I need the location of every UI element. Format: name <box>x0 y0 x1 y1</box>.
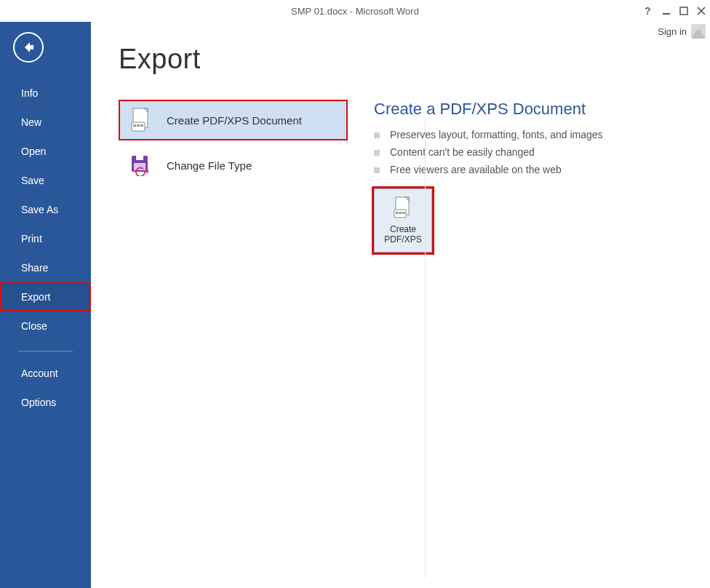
bullet-icon <box>374 167 380 173</box>
sidebar-item-label: Export <box>21 291 50 303</box>
svg-rect-2 <box>680 7 687 15</box>
sidebar-item-export[interactable]: Export <box>0 282 91 311</box>
sidebar-item-print[interactable]: Print <box>0 224 91 253</box>
sidebar-item-account[interactable]: Account <box>0 359 91 388</box>
sidebar-item-label: Info <box>21 87 38 99</box>
bullet-item: Preserves layout, formatting, fonts, and… <box>374 129 695 140</box>
sidebar-item-label: Save <box>21 175 44 186</box>
vertical-divider <box>425 116 426 578</box>
bullet-item: Content can't be easily changed <box>374 146 695 158</box>
create-pdf-xps-button[interactable]: Create PDF/XPS <box>374 188 432 253</box>
bullet-item: Free viewers are available on the web <box>374 164 695 175</box>
sidebar-item-label: Share <box>21 262 48 274</box>
sidebar-item-label: Print <box>21 233 42 245</box>
sidebar-item-options[interactable]: Options <box>0 388 91 417</box>
sidebar-item-share[interactable]: Share <box>0 253 91 282</box>
main-panel: Export <box>91 22 710 588</box>
arrow-left-icon <box>21 40 36 55</box>
window-controls: ? <box>645 0 706 22</box>
button-label: Create PDF/XPS <box>384 224 421 245</box>
sidebar-item-save[interactable]: Save <box>0 166 91 195</box>
svg-text:?: ? <box>645 6 651 16</box>
bullet-icon <box>374 150 380 156</box>
sidebar-separator <box>18 351 73 351</box>
bullet-icon <box>374 132 380 138</box>
backstage-sidebar: Info New Open Save Save As Print Share E… <box>0 22 91 588</box>
minimize-icon[interactable] <box>662 7 671 15</box>
svg-rect-8 <box>133 124 136 127</box>
sidebar-item-label: Close <box>21 320 47 332</box>
option-label: Change File Type <box>167 159 252 172</box>
option-change-file-type[interactable]: Change File Type <box>119 145 348 186</box>
pdf-document-icon <box>393 196 413 220</box>
svg-rect-18 <box>396 212 399 214</box>
maximize-icon[interactable] <box>679 7 688 15</box>
sidebar-item-label: Account <box>21 368 58 379</box>
close-icon[interactable] <box>697 7 706 15</box>
back-button[interactable] <box>13 32 44 63</box>
svg-rect-19 <box>399 212 402 214</box>
sidebar-item-label: Options <box>21 397 56 408</box>
bullet-text: Preserves layout, formatting, fonts, and… <box>390 129 603 140</box>
svg-rect-20 <box>402 212 405 214</box>
help-icon[interactable]: ? <box>645 6 653 16</box>
export-options-column: Create PDF/XPS Document <box>119 100 348 253</box>
export-detail-column: Create a PDF/XPS Document Preserves layo… <box>348 100 710 253</box>
sidebar-item-open[interactable]: Open <box>0 137 91 166</box>
detail-heading: Create a PDF/XPS Document <box>374 100 695 119</box>
sidebar-item-save-as[interactable]: Save As <box>0 195 91 224</box>
floppy-swap-icon <box>129 153 153 178</box>
sidebar-item-label: New <box>21 116 41 128</box>
option-label: Create PDF/XPS Document <box>167 114 302 127</box>
svg-rect-12 <box>136 156 143 160</box>
page-title: Export <box>119 44 710 75</box>
detail-bullets: Preserves layout, formatting, fonts, and… <box>374 129 695 175</box>
svg-rect-9 <box>137 124 140 127</box>
option-create-pdf-xps[interactable]: Create PDF/XPS Document <box>119 100 348 140</box>
svg-rect-1 <box>663 13 670 15</box>
sidebar-item-label: Open <box>21 146 46 157</box>
sidebar-item-new[interactable]: New <box>0 108 91 137</box>
sidebar-item-label: Save As <box>21 204 58 215</box>
bullet-text: Free viewers are available on the web <box>390 164 562 175</box>
bullet-text: Content can't be easily changed <box>390 146 535 158</box>
window-title: SMP 01.docx - Microsoft Word <box>291 6 419 17</box>
svg-rect-13 <box>134 163 145 170</box>
pdf-document-icon <box>129 108 153 132</box>
sidebar-item-close[interactable]: Close <box>0 311 91 341</box>
sidebar-item-info[interactable]: Info <box>0 79 91 108</box>
svg-rect-10 <box>140 124 143 127</box>
title-bar: SMP 01.docx - Microsoft Word ? <box>0 0 710 22</box>
